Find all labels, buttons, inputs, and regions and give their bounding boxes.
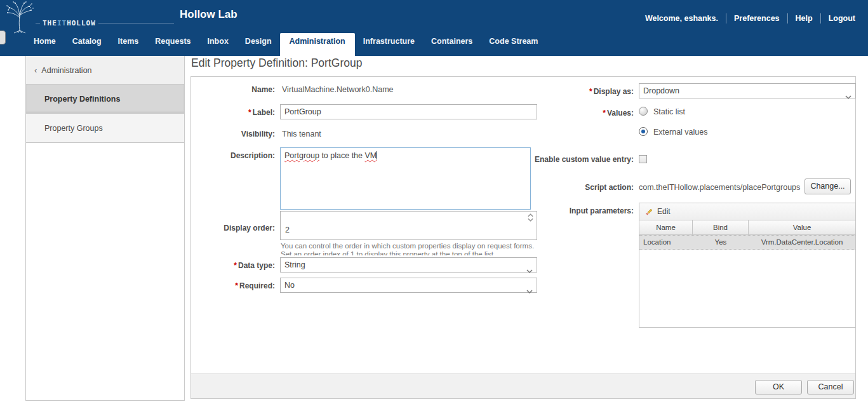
required-marker: * [603,109,606,118]
col-header-name[interactable]: Name [639,220,693,234]
spinner-down-icon [528,218,533,222]
help-link[interactable]: Help [787,13,820,24]
edge-widget[interactable] [0,30,6,44]
back-chevron-icon: ‹ [34,65,37,75]
main-nav-tabs: Home Catalog Items Requests Inbox Design… [25,33,546,56]
preferences-link[interactable]: Preferences [726,13,787,24]
sidebar-back-administration[interactable]: ‹Administration [26,56,184,84]
display-as-value: Dropdown [643,86,679,95]
welcome-text: Welcome, eshanks. [638,13,726,24]
chevron-down-icon [526,284,533,298]
pencil-icon [646,208,653,215]
script-action-value: com.theITHollow.placements/placePortgrou… [639,183,800,192]
screen: THEITHOLLOW Hollow Lab Welcome, eshanks.… [0,0,868,404]
edit-button[interactable]: Edit [646,207,671,216]
description-word-2: VM [364,151,377,160]
description-word-1: Portgroup [284,151,319,160]
user-links: Welcome, eshanks. Preferences Help Logou… [638,13,863,24]
tab-containers[interactable]: Containers [423,33,481,56]
display-order-help-text: You can control the order in which custo… [281,242,540,255]
brand-text: THEITHOLLOW [40,19,98,27]
col-header-value[interactable]: Value [749,220,855,234]
required-marker: * [248,108,251,117]
visibility-value: This tenant [282,130,321,138]
display-as-label: *Display as: [526,87,634,96]
form-footer: OK Cancel [191,374,855,398]
cell-name: Location [639,236,693,249]
values-label: *Values: [526,109,634,118]
chevron-down-icon [845,90,851,104]
required-select[interactable]: No [280,278,537,293]
tab-requests[interactable]: Requests [147,33,199,56]
cell-bind: Yes [693,236,749,249]
tab-items[interactable]: Items [110,33,147,56]
cancel-button[interactable]: Cancel [807,380,854,394]
tree-logo-icon [4,1,35,36]
text-caret [377,151,377,159]
col-header-bind[interactable]: Bind [693,220,749,234]
data-type-value: String [284,260,305,269]
name-label: Name: [191,85,275,94]
chevron-down-icon [526,264,533,278]
enable-custom-value-checkbox[interactable] [639,155,647,163]
table-row[interactable]: Location Yes Vrm.DataCenter.Location [639,235,855,250]
description-label: Description: [191,151,275,160]
values-radio-static-list-label: Static list [653,107,685,116]
table-header-row: Name Bind Value [639,220,855,235]
page-app-title: Hollow Lab [180,8,237,21]
values-radio-external-values-label: External values [653,128,707,137]
tab-inbox[interactable]: Inbox [199,33,237,56]
edit-button-label: Edit [657,207,671,216]
visibility-label: Visibility: [191,130,275,138]
display-order-value: 2 [285,226,290,234]
tab-administration[interactable]: Administration [280,33,355,56]
data-type-select[interactable]: String [280,257,537,273]
display-as-select[interactable]: Dropdown [639,83,856,98]
required-marker: * [589,87,592,96]
cell-value: Vrm.DataCenter.Location [749,236,855,249]
input-parameters-label: Input parameters: [526,206,634,215]
tab-code-stream[interactable]: Code Stream [481,33,546,56]
tab-design[interactable]: Design [237,33,280,56]
change-button[interactable]: Change... [805,178,851,194]
display-order-label: Display order: [191,224,275,232]
label-label: *Label: [191,108,275,117]
edit-property-form: Name: VirtualMachine.Network0.Name *Labe… [190,76,856,399]
script-action-label: Script action: [526,183,634,192]
required-value: No [284,281,295,290]
app-header: THEITHOLLOW Hollow Lab Welcome, eshanks.… [0,0,868,56]
required-label: *Required: [191,281,275,290]
sidebar-back-label: Administration [41,66,91,75]
brand-wordmark: THEITHOLLOW [36,19,174,27]
display-order-spinner[interactable]: 2 [280,211,537,240]
name-value: VirtualMachine.Network0.Name [282,85,394,94]
enable-custom-value-label: Enable custom value entry: [526,154,634,165]
sidebar: ‹Administration Property Definitions Pro… [25,56,185,401]
page-title: Edit Property Definition: PortGroup [191,57,362,70]
tab-infrastructure[interactable]: Infrastructure [355,33,423,56]
values-radio-static-list[interactable] [639,107,648,116]
ok-button[interactable]: OK [755,380,802,394]
table-toolbar: Edit [639,203,855,220]
label-input[interactable] [280,104,537,119]
sidebar-item-property-definitions[interactable]: Property Definitions [26,84,184,114]
tab-home[interactable]: Home [25,33,64,56]
description-textarea[interactable]: Portgroup to place the VM [280,147,531,210]
input-parameters-table: Edit Name Bind Value Location Yes Vrm.Da… [639,203,856,328]
required-marker: * [234,261,237,270]
tab-catalog[interactable]: Catalog [64,33,110,56]
data-type-label: *Data type: [191,261,275,270]
brand-rule-left [36,23,40,24]
description-middle: to place the [319,151,365,160]
required-marker: * [235,281,238,290]
values-radio-external-values[interactable] [639,127,648,136]
logout-link[interactable]: Logout [820,13,863,24]
sidebar-item-property-groups[interactable]: Property Groups [26,114,184,143]
brand-rule-right [98,23,174,24]
